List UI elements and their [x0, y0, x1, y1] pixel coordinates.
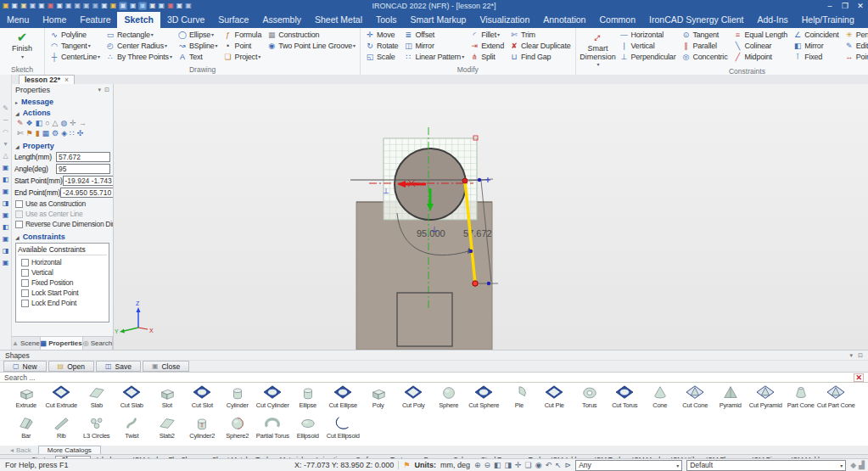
panel-tab-scene[interactable]: ▲Scene [12, 337, 41, 350]
tangent-button[interactable]: ⊙Tangent [679, 29, 729, 40]
save-icon[interactable]: ▣ [30, 2, 36, 10]
document-close-icon[interactable]: × [64, 76, 69, 84]
catalog-collapse-icon[interactable]: ▾ [850, 352, 854, 359]
zoom-out-icon[interactable]: ⊖ [484, 461, 490, 469]
units-value[interactable]: mm, deg [440, 461, 470, 469]
copy-icon[interactable]: ▣ [65, 2, 72, 10]
save-as-icon[interactable]: ▣ [38, 2, 45, 10]
polyline-button[interactable]: ∿Polyline [48, 29, 102, 40]
section-actions[interactable]: ◢ Actions [12, 107, 113, 118]
menu-tab-sheet-metal[interactable]: Sheet Metal [308, 12, 369, 28]
table-icon[interactable]: ▣ [176, 2, 183, 10]
open-icon[interactable]: ▣ [20, 2, 27, 10]
linear-pattern-button[interactable]: ∷Linear Pattern▾ [401, 51, 466, 62]
dock-tool-icon[interactable]: ▣ [3, 212, 9, 219]
project-button[interactable]: ❏Project▾ [221, 51, 264, 62]
look-at-icon[interactable]: ◨ [505, 461, 512, 469]
colinear-button[interactable]: ╲Colinear [731, 40, 789, 51]
shade-tool-icon[interactable]: ◍ [61, 119, 68, 127]
midpoint-button[interactable]: ╱Midpoint [731, 51, 789, 62]
dock-tool-icon[interactable]: ◠ [3, 129, 8, 136]
menu-tab-3d-curve[interactable]: 3D Curve [160, 12, 211, 28]
scene-new-icon[interactable]: ▣ [12, 2, 19, 10]
dock-tool-icon[interactable]: ▾ [3, 141, 7, 148]
constraint-checkbox-horizontal[interactable]: Horizontal [18, 257, 107, 267]
horizontal-button[interactable]: ―Horizontal [618, 29, 678, 40]
catalog-item-ellipsoid[interactable]: Ellipsoid [290, 415, 326, 446]
field-input-start-point-mm[interactable]: -19.924 -1.743 [63, 176, 114, 186]
undo-small-icon[interactable]: ▣ [75, 2, 81, 10]
catalog-item-cut-ellipse[interactable]: Cut Ellipse [326, 384, 361, 415]
image-icon[interactable]: ▣ [167, 2, 174, 10]
pan-tool-icon[interactable]: ✛ [515, 461, 522, 469]
catalog-item-part-cone[interactable]: Part Cone [783, 384, 819, 415]
catalog-item-l3-circles[interactable]: L3 Circles [79, 415, 115, 446]
trim-button[interactable]: ✄Trim [507, 29, 573, 40]
constraint-checkbox-vertical[interactable]: Vertical [18, 267, 107, 278]
move-button[interactable]: ✛Move [363, 29, 400, 40]
menu-tab-feature[interactable]: Feature [73, 12, 117, 28]
catalog-item-rib[interactable]: Rib [44, 415, 80, 446]
point-button[interactable]: •Point [221, 40, 264, 51]
checkbox-use-as-construction[interactable]: Use as Construction [12, 199, 113, 209]
parallel-button[interactable]: ∥Parallel [679, 40, 729, 51]
triangle-tool-icon[interactable]: △ [53, 119, 59, 127]
catalog-item-cut-slab[interactable]: Cut Slab [115, 384, 150, 415]
catalog-item-sphere[interactable]: Sphere [431, 384, 467, 415]
menu-tab-home[interactable]: Home [36, 12, 73, 28]
catalog-item-cut-torus[interactable]: Cut Torus [608, 384, 643, 415]
catalog-item-cut-pie[interactable]: Cut Pie [537, 384, 573, 415]
sketch-point[interactable] [487, 282, 490, 285]
dock-tool-icon[interactable]: ◧ [3, 177, 9, 183]
minimize-icon[interactable]: – [822, 2, 837, 10]
more-catalogs-tab[interactable]: More Catalogs [38, 446, 101, 454]
catalog-item-cylinder2[interactable]: Cylinder2 [185, 415, 221, 446]
add-point-icon[interactable]: ✛ [70, 119, 76, 127]
spin-icon[interactable]: ▣ [92, 2, 99, 10]
catalog-item-ellipse[interactable]: Ellipse [290, 384, 326, 415]
split-button[interactable]: ⋔Split [468, 51, 506, 62]
catalog-item-cut-cone[interactable]: Cut Cone [678, 384, 714, 415]
open-button[interactable]: ▤Open [48, 361, 94, 372]
menu-tab-assembly[interactable]: Assembly [255, 12, 308, 28]
block-tool-icon[interactable]: ▮ [36, 129, 40, 137]
catalog-item-torus[interactable]: Torus [572, 384, 608, 415]
menu-tab-help-training[interactable]: Help/Training [795, 12, 861, 28]
rotate-button[interactable]: ↻Rotate [363, 40, 400, 51]
menu-tab-surface[interactable]: Surface [211, 12, 255, 28]
constraint-checkbox-lock-start-point[interactable]: Lock Start Point [18, 288, 107, 298]
circle-tool-icon[interactable]: ○ [45, 119, 49, 127]
select-arrow-icon[interactable]: ⊳ [565, 461, 572, 469]
line-end-point[interactable] [473, 281, 478, 286]
catalog-item-cone[interactable]: Cone [642, 384, 678, 415]
reset-view-icon[interactable]: ↶ [546, 461, 552, 469]
app-logo-icon[interactable]: ▣ [3, 2, 9, 10]
tangent-button[interactable]: ◠Tangent▾ [48, 40, 102, 51]
catalog-item-cylinder[interactable]: Cylinder [220, 384, 255, 415]
redo-small-icon[interactable]: ▣ [83, 2, 90, 10]
dock-tool-icon[interactable]: ▣ [3, 165, 9, 171]
catalog-item-pyramid[interactable]: Pyramid [713, 384, 748, 415]
gear-tool-icon[interactable]: ⚙ [52, 129, 59, 137]
section-constraints[interactable]: ◢ Constraints [12, 231, 113, 242]
catalog-item-cut-extrude[interactable]: Cut Extrude [44, 384, 80, 415]
formula-button[interactable]: ƒFormula [221, 29, 264, 40]
points-horizontal-button[interactable]: ↔Points Horizontal▾ [843, 51, 868, 62]
field-input-length-mm[interactable]: 57.672 [56, 152, 110, 162]
catalog-pin-icon[interactable]: ⊡ [858, 352, 863, 359]
mirror-button[interactable]: ◧Mirror [791, 40, 841, 51]
catalog-item-sphere2[interactable]: Sphere2 [220, 415, 255, 446]
dock-tool-icon[interactable]: ◨ [3, 248, 9, 255]
triball-icon[interactable]: ▣ [149, 2, 156, 10]
dock-tool-icon[interactable]: ✎ [3, 105, 8, 112]
catalog-item-cut-part-cone[interactable]: Cut Part Cone [819, 384, 854, 415]
clear-duplicate-button[interactable]: ✘Clear Duplicate [507, 40, 573, 51]
scale-button[interactable]: ◱Scale [363, 51, 400, 62]
centerline-button[interactable]: ┼CenterLine▾ [48, 51, 102, 62]
finish-button[interactable]: ✔Finish▾ [3, 29, 42, 65]
pattern-tool-icon[interactable]: ◈ [61, 129, 67, 137]
pan-view-icon[interactable]: ▣ [101, 2, 108, 10]
offset-button[interactable]: ≣Offset [401, 29, 466, 40]
construction-button[interactable]: ▦Construction [265, 29, 357, 40]
catalog-item-slab2[interactable]: Slab2 [149, 415, 185, 446]
